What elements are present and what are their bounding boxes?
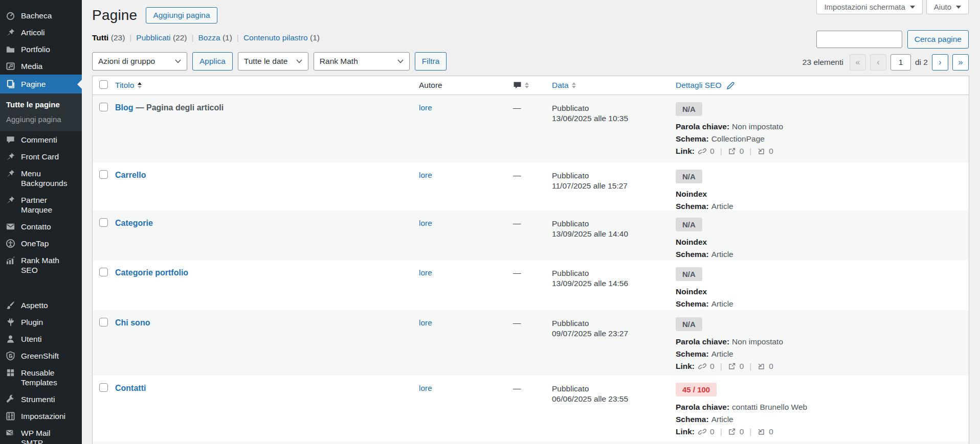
pages-icon [6, 79, 15, 89]
internal-link-icon [698, 147, 706, 155]
external-link-icon [728, 362, 736, 370]
page-title-link[interactable]: Categorie portfolio [115, 268, 188, 277]
row-checkbox[interactable] [99, 383, 108, 392]
author-link[interactable]: lore [419, 384, 432, 392]
view-pubblicati[interactable]: Pubblicati (22) [136, 33, 187, 42]
seo-score-badge: N/A [676, 170, 702, 183]
row-checkbox[interactable] [99, 268, 108, 276]
page-title: Pagine [92, 7, 137, 24]
comments-count: — [513, 260, 552, 310]
incoming-link-icon [757, 362, 765, 370]
comments-count: — [513, 310, 552, 376]
date-cell: Pubblicato11/07/2025 alle 15:27 [552, 162, 676, 213]
sidebar-item-wp-mail-smtp[interactable]: WP Mail SMTP [0, 425, 82, 444]
grid-icon [6, 368, 15, 378]
column-header-commenti[interactable] [513, 81, 552, 90]
row-checkbox[interactable] [99, 103, 108, 111]
page-title-link[interactable]: Contatti [115, 384, 146, 392]
sidebar-item-partner-marquee[interactable]: Partner Marquee [0, 192, 82, 218]
sidebar-item-rank-math-seo[interactable]: Rank Math SEO [0, 252, 82, 278]
table-row: Contatti lore — Pubblicato06/06/2025 all… [93, 376, 969, 441]
row-checkbox[interactable] [99, 170, 108, 179]
sidebar-item-impostazioni[interactable]: Impostazioni [0, 408, 82, 425]
view-tutti[interactable]: Tutti (23) [92, 33, 125, 42]
sidebar-item-portfolio[interactable]: Portfolio [0, 41, 82, 58]
sidebar-item-utenti[interactable]: Utenti [0, 331, 82, 347]
column-header-data[interactable]: Data [552, 81, 676, 90]
submenu-item-aggiungi-pagina[interactable]: Aggiungi pagina [0, 112, 82, 127]
page-title-link[interactable]: Chi sono [115, 318, 150, 327]
page-title-link[interactable]: Blog [115, 103, 133, 112]
sidebar-item-reusable-templates[interactable]: Reusable Templates [0, 364, 82, 391]
author-link[interactable]: lore [419, 219, 432, 227]
date-cell: Pubblicato13/09/2025 alle 14:56 [552, 260, 676, 310]
external-link-icon [728, 428, 736, 436]
sidebar-item-front-card[interactable]: Front Card [0, 148, 82, 165]
pagination: 23 elementi « ‹ di 2 › » [803, 54, 969, 71]
select-all-checkbox[interactable] [99, 80, 108, 89]
sidebar-item-plugin[interactable]: Plugin [0, 314, 82, 331]
media-icon [6, 61, 15, 71]
bulk-actions-select[interactable]: Azioni di gruppo [92, 52, 187, 71]
view-separator: | [191, 33, 193, 42]
sidebar-item-pagine[interactable]: Pagine [0, 75, 82, 94]
add-page-button[interactable]: Aggiungi pagina [146, 7, 217, 24]
filter-button[interactable]: Filtra [415, 52, 447, 71]
author-link[interactable]: lore [419, 171, 432, 179]
noindex-label: Noindex [676, 188, 969, 200]
submenu-item-tutte-le-pagine[interactable]: Tutte le pagine [0, 97, 82, 112]
sidebar-item-bacheca[interactable]: Bacheca [0, 7, 82, 24]
pushpin-icon [6, 28, 15, 37]
author-link[interactable]: lore [419, 103, 432, 112]
help-button[interactable]: Aiuto [926, 0, 969, 14]
title-bar: Pagine Aggiungi pagina [92, 7, 217, 24]
incoming-link-icon [757, 147, 765, 155]
last-page-button[interactable]: » [952, 54, 969, 71]
view-contenuto-pilastro[interactable]: Contenuto pilastro (1) [243, 33, 320, 42]
row-checkbox[interactable] [99, 318, 108, 326]
sidebar-item-contatto[interactable]: Contatto [0, 218, 82, 235]
search-pages-button[interactable]: Cerca pagine [907, 30, 969, 49]
author-link[interactable]: lore [419, 268, 432, 277]
sidebar-item-commenti[interactable]: Commenti [0, 131, 82, 148]
sidebar-item-strumenti[interactable]: Strumenti [0, 391, 82, 408]
seo-details-cell: N/A Parola chiave:Non impostato Schema:A… [676, 310, 969, 376]
view-separator: | [237, 33, 239, 42]
noindex-label: Noindex [676, 236, 969, 248]
chevron-down-icon [956, 6, 961, 9]
page-title-link[interactable]: Categorie [115, 219, 153, 227]
search-input[interactable] [816, 31, 902, 48]
total-pages-label: di 2 [915, 58, 928, 67]
rank-math-filter-select[interactable]: Rank Math [314, 52, 410, 71]
seo-details-cell: N/A Parola chiave:Non impostato Schema:C… [676, 95, 969, 162]
author-link[interactable]: lore [419, 318, 432, 327]
sidebar-item-articoli[interactable]: Articoli [0, 24, 82, 41]
column-header-titolo[interactable]: Titolo [115, 81, 419, 90]
seo-chart-icon [6, 255, 15, 265]
sidebar-item-aspetto[interactable]: Aspetto [0, 297, 82, 314]
table-header: Titolo Autore Data Dettagli SEO [93, 76, 969, 95]
current-page-input[interactable] [890, 54, 911, 71]
sidebar-item-greenshift[interactable]: GreenShift [0, 347, 82, 364]
first-page-button: « [850, 54, 866, 71]
seo-details-cell: N/A Noindex Schema:Article [676, 260, 969, 310]
next-page-button[interactable]: › [932, 54, 948, 71]
page-title-link[interactable]: Carrello [115, 171, 146, 179]
row-checkbox[interactable] [99, 218, 108, 227]
sidebar-item-media[interactable]: Media [0, 58, 82, 75]
date-filter-select[interactable]: Tutte le date [238, 52, 308, 71]
apply-button[interactable]: Applica [192, 52, 233, 71]
dashboard-icon [6, 11, 15, 20]
comments-count: — [513, 95, 552, 162]
pushpin-icon [6, 152, 15, 161]
column-header-autore: Autore [419, 81, 513, 90]
sort-arrows [138, 82, 142, 88]
table-row: Chi sono lore — Pubblicato09/07/2025 all… [93, 310, 969, 376]
column-header-dettagli-seo[interactable]: Dettagli SEO [676, 81, 969, 90]
screen-options-button[interactable]: Impostazioni schermata [816, 0, 922, 14]
pushpin-icon [6, 169, 15, 178]
sort-arrows [572, 82, 576, 88]
view-bozza[interactable]: Bozza (1) [198, 33, 232, 42]
sidebar-item-menu-backgrounds[interactable]: Menu Backgrounds [0, 165, 82, 192]
sidebar-item-onetap[interactable]: OneTap [0, 235, 82, 252]
